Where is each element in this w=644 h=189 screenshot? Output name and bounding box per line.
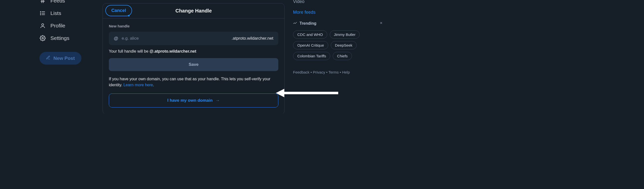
new-post-label: New Post [54,56,75,61]
nav-label: Feeds [50,0,65,4]
nav-item-lists[interactable]: Lists [40,7,81,19]
gear-icon [40,35,46,41]
full-handle-line: Your full handle will be @.atproto.wilda… [109,49,278,54]
trending-icon [293,21,297,26]
trending-chip[interactable]: Colombian Tariffs [293,52,330,60]
hash-icon [40,0,46,4]
full-handle-prefix: Your full handle will be [109,49,150,53]
full-handle-value: @.atproto.wildarcher.net [150,49,196,53]
own-domain-button-label: I have my own domain [167,98,212,103]
at-icon: @ [114,36,118,41]
svg-point-7 [40,11,41,12]
modal-title: Change Handle [176,8,212,14]
nav-item-profile[interactable]: Profile [40,20,81,31]
svg-point-8 [40,13,41,13]
domain-suffix: .atproto.wildarcher.net [232,36,273,41]
nav-label: Lists [50,10,61,16]
svg-point-10 [42,24,44,26]
left-navigation: Feeds Lists Profile Settings New Post [40,0,81,65]
footer-links: Feedback • Privacy • Terms • Help [293,70,383,74]
nav-item-feeds[interactable]: Feeds [40,0,81,6]
focus-indicator-tick [128,15,130,16]
user-icon [40,22,46,29]
list-icon [40,10,46,16]
trending-chips: CDC and WHO Jimmy Butler OpenAI Critique… [293,30,383,60]
more-feeds-link[interactable]: More feeds [293,6,383,21]
learn-more-link[interactable]: Learn more here [123,83,153,87]
trending-header: Trending [293,21,383,26]
new-handle-label: New handle [109,24,278,28]
nav-item-settings[interactable]: Settings [40,32,81,44]
save-button[interactable]: Save [109,58,278,71]
trending-chip[interactable]: Jimmy Butler [330,30,360,39]
handle-input-row[interactable]: @ .atproto.wildarcher.net [109,32,278,45]
change-handle-modal: Cancel Change Handle New handle @ .atpro… [102,3,284,113]
handle-input[interactable] [122,36,232,41]
modal-header: Cancel Change Handle [103,3,284,18]
footer-sep: • [339,70,342,74]
nav-label: Settings [50,35,70,41]
arrow-right-icon: → [216,98,220,103]
trending-chip[interactable]: DeepSeek [331,41,357,49]
trending-chip[interactable]: CDC and WHO [293,30,327,39]
right-sidebar: Video More feeds Trending CDC and WHO Ji… [293,0,383,74]
footer-sep: • [310,70,313,74]
footer-sep: • [325,70,328,74]
new-post-button[interactable]: New Post [40,52,81,65]
annotation-arrow [276,89,338,97]
svg-point-11 [42,37,44,39]
cancel-button[interactable]: Cancel [105,5,132,16]
compose-icon [46,55,50,61]
feedback-link[interactable]: Feedback [293,70,310,74]
modal-body: New handle @ .atproto.wildarcher.net You… [103,18,284,113]
privacy-link[interactable]: Privacy [313,70,325,74]
trending-label: Trending [300,21,316,26]
help-link[interactable]: Help [342,70,350,74]
own-domain-button[interactable]: I have my own domain → [109,94,278,107]
close-icon[interactable] [380,21,383,26]
trending-chip[interactable]: Chiefs [333,52,352,60]
trending-chip[interactable]: OpenAI Critique [293,41,328,49]
descr-period: . [153,83,154,87]
svg-point-9 [40,14,41,15]
own-domain-description: If you have your own domain, you can use… [109,76,278,88]
video-feed-link[interactable]: Video [293,0,383,6]
nav-label: Profile [50,23,66,29]
terms-link[interactable]: Terms [328,70,339,74]
